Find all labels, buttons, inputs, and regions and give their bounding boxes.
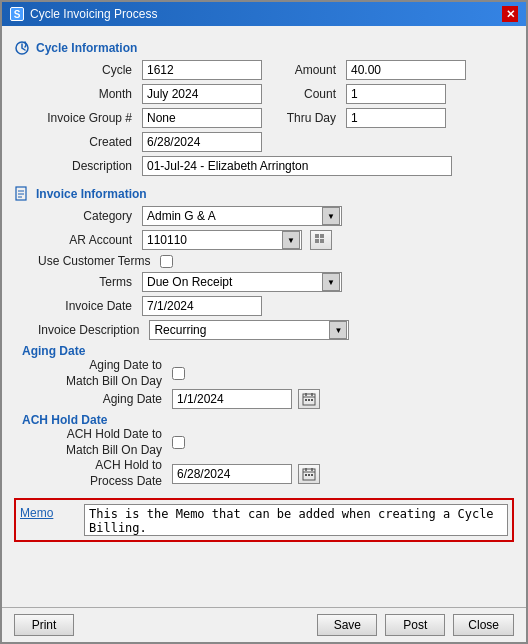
thru-day-input[interactable] [346,108,446,128]
ar-account-label: AR Account [38,233,138,247]
category-row: Category Admin G & A ▼ [38,206,514,226]
svg-rect-6 [320,234,324,238]
category-select[interactable]: Admin G & A [142,206,342,226]
created-label: Created [38,135,138,149]
invoice-date-input[interactable] [142,296,262,316]
aging-date-match-checkbox[interactable] [172,367,185,380]
cycle-info-header: Cycle Information [14,40,514,56]
invoice-info-section: Invoice Information Category Admin G & A… [14,180,514,340]
month-input[interactable] [142,84,262,104]
use-customer-terms-checkbox[interactable] [160,255,173,268]
aging-date-label: Aging Date [22,344,85,358]
invoice-group-label: Invoice Group # [38,111,138,125]
memo-textarea[interactable]: This is the Memo that can be added when … [84,504,508,536]
amount-input[interactable] [346,60,466,80]
month-count-row: Month Count [38,84,514,104]
invoice-description-row: Invoice Description Recurring ▼ [38,320,514,340]
category-select-wrapper: Admin G & A ▼ [142,206,342,226]
title-bar-left: S Cycle Invoicing Process [10,7,157,21]
ach-hold-process-label: ACH Hold toProcess Date [38,458,168,489]
print-button[interactable]: Print [14,614,74,636]
month-label: Month [38,87,138,101]
ach-hold-match-label: ACH Hold Date toMatch Bill On Day [38,427,168,458]
description-row: Description [38,156,514,176]
svg-rect-20 [305,474,307,476]
cycle-info-section: Cycle Information Cycle Amount Month [14,34,514,176]
footer-left: Print [14,614,74,636]
cycle-input[interactable] [142,60,262,80]
svg-rect-21 [308,474,310,476]
footer: Print Save Post Close [2,607,526,642]
invoice-info-icon [14,186,30,202]
amount-label: Amount [282,63,342,77]
svg-rect-8 [320,239,324,243]
ach-hold-date-section: ACH Hold Date ACH Hold Date toMatch Bill… [14,413,514,489]
amount-group: Amount [282,60,466,80]
aging-date-field-label: Aging Date [38,392,168,406]
close-window-button[interactable]: ✕ [502,6,518,22]
memo-label[interactable]: Memo [20,504,80,520]
title-bar: S Cycle Invoicing Process ✕ [2,2,526,26]
invoice-info-header: Invoice Information [14,186,514,202]
aging-date-value-row: Aging Date [38,389,514,409]
svg-rect-13 [305,399,307,401]
aging-date-match-row: Aging Date toMatch Bill On Day [38,358,514,389]
ach-hold-date-label: ACH Hold Date [22,413,107,427]
cycle-info-fields: Cycle Amount Month Count [14,60,514,176]
ach-hold-date-fields: ACH Hold Date toMatch Bill On Day ACH Ho… [14,427,514,489]
created-input[interactable] [142,132,262,152]
invoice-group-input[interactable] [142,108,262,128]
cycle-amount-row: Cycle Amount [38,60,514,80]
invoice-date-label: Invoice Date [38,299,138,313]
cycle-info-label: Cycle Information [36,41,137,55]
aging-date-input[interactable] [172,389,292,409]
count-group: Count [282,84,446,104]
description-label: Description [38,159,138,173]
post-button[interactable]: Post [385,614,445,636]
category-label: Category [38,209,138,223]
cycle-label: Cycle [38,63,138,77]
invoice-description-select[interactable]: Recurring [149,320,349,340]
ar-account-select-wrapper: 110110 ▼ [142,230,302,250]
invoice-info-fields: Category Admin G & A ▼ AR Account 110110 [14,206,514,340]
close-button[interactable]: Close [453,614,514,636]
svg-rect-14 [308,399,310,401]
created-row: Created [38,132,514,152]
ach-hold-process-row: ACH Hold toProcess Date [38,458,514,489]
svg-rect-15 [311,399,313,401]
count-input[interactable] [346,84,446,104]
count-label: Count [282,87,342,101]
use-customer-terms-label: Use Customer Terms [38,254,156,268]
content-area: Cycle Information Cycle Amount Month [2,26,526,607]
svg-rect-22 [311,474,313,476]
ach-hold-process-input[interactable] [172,464,292,484]
save-button[interactable]: Save [317,614,377,636]
invoice-description-select-wrapper: Recurring ▼ [149,320,349,340]
aging-date-fields: Aging Date toMatch Bill On Day Aging Dat… [14,358,514,409]
memo-section: Memo This is the Memo that can be added … [14,498,514,542]
svg-rect-5 [315,234,319,238]
window-title: Cycle Invoicing Process [30,7,157,21]
ar-account-grid-button[interactable] [310,230,332,250]
terms-select-wrapper: Due On Receipt ▼ [142,272,342,292]
aging-date-section: Aging Date Aging Date toMatch Bill On Da… [14,344,514,409]
invoice-group-thru-row: Invoice Group # Thru Day [38,108,514,128]
description-input[interactable] [142,156,452,176]
thru-day-label: Thru Day [282,111,342,125]
ach-hold-match-checkbox[interactable] [172,436,185,449]
ar-account-select[interactable]: 110110 [142,230,302,250]
aging-date-match-label: Aging Date toMatch Bill On Day [38,358,168,389]
invoice-description-label: Invoice Description [38,323,145,337]
app-icon: S [10,7,24,21]
footer-right: Save Post Close [317,614,514,636]
ach-hold-match-row: ACH Hold Date toMatch Bill On Day [38,427,514,458]
aging-date-calendar-button[interactable] [298,389,320,409]
ach-hold-calendar-button[interactable] [298,464,320,484]
aging-date-header: Aging Date [14,344,514,358]
ach-hold-date-header: ACH Hold Date [14,413,514,427]
terms-row: Terms Due On Receipt ▼ [38,272,514,292]
terms-select[interactable]: Due On Receipt [142,272,342,292]
thru-day-group: Thru Day [282,108,446,128]
use-customer-terms-row: Use Customer Terms [38,254,514,268]
main-window: S Cycle Invoicing Process ✕ Cycle Inform… [0,0,528,644]
